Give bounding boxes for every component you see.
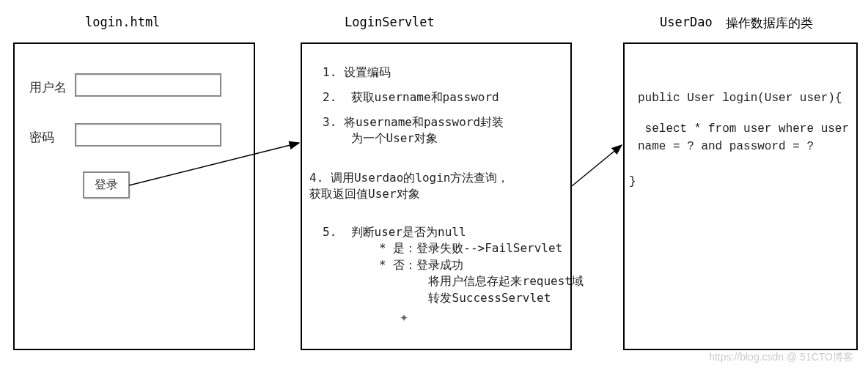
servlet-step-4: 4. 调用Userdao的login方法查询， 获取返回值User对象 bbox=[309, 170, 510, 203]
cursor-icon: ✦ bbox=[400, 308, 408, 325]
input-password[interactable] bbox=[75, 123, 221, 147]
login-button[interactable]: 登录 bbox=[83, 171, 130, 199]
label-username: 用户名 bbox=[29, 79, 67, 96]
watermark: https://blog.csdn @ 51CTO博客 bbox=[709, 351, 853, 364]
dao-code-close: } bbox=[629, 173, 636, 190]
input-username[interactable] bbox=[75, 73, 221, 97]
arrow-servlet-to-dao bbox=[572, 145, 622, 186]
title-login-html: login.html bbox=[85, 15, 160, 29]
servlet-step-2: 2. 获取username和password bbox=[323, 89, 499, 106]
title-dao-desc: 操作数据库的类 bbox=[726, 15, 813, 32]
servlet-step-3: 3. 将username和password封装 为一个User对象 bbox=[323, 114, 504, 147]
dao-code-signature: public User login(User user){ bbox=[638, 89, 842, 107]
dao-code-query: select * from user where user name = ? a… bbox=[638, 120, 849, 155]
servlet-step-5: 5. 判断user是否为null * 是：登录失败-->FailServlet … bbox=[323, 224, 584, 306]
title-user-dao: UserDao bbox=[660, 15, 713, 29]
label-password: 密码 bbox=[29, 129, 54, 146]
box-user-dao bbox=[623, 42, 858, 350]
title-login-servlet: LoginServlet bbox=[345, 15, 435, 29]
servlet-step-1: 1. 设置编码 bbox=[323, 64, 391, 81]
